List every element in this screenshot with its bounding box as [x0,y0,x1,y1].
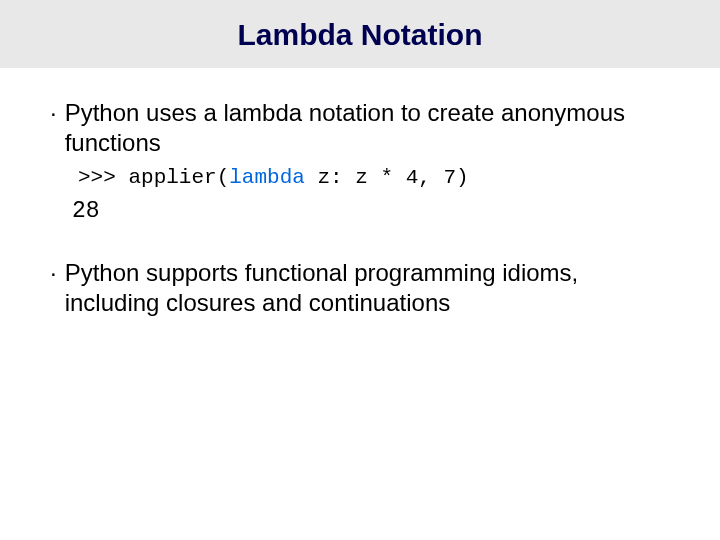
slide-content: · Python uses a lambda notation to creat… [0,68,720,318]
slide-title: Lambda Notation [0,18,720,52]
code-call: applier( [128,166,229,189]
code-line: >>> applier(lambda z: z * 4, 7) [78,164,670,192]
bullet-text: Python uses a lambda notation to create … [65,98,670,158]
code-keyword-lambda: lambda [229,166,305,189]
bullet-text: Python supports functional programming i… [65,258,670,318]
title-bar: Lambda Notation [0,0,720,68]
bullet-icon: · [50,258,57,288]
code-rest: z: z * 4, 7) [305,166,469,189]
bullet-item: · Python supports functional programming… [50,258,670,318]
bullet-icon: · [50,98,57,128]
code-example: >>> applier(lambda z: z * 4, 7) [78,164,670,192]
code-output: 28 [72,196,670,226]
code-prompt: >>> [78,166,128,189]
bullet-item: · Python uses a lambda notation to creat… [50,98,670,226]
